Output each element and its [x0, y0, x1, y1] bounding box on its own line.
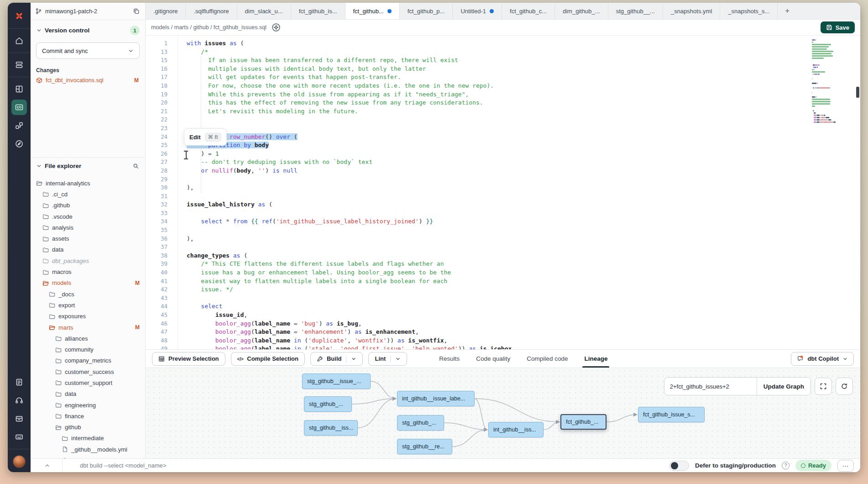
code-line-49[interactable]: 49 boolor_agg(label_name in ('stale', 'g… — [146, 345, 805, 349]
code-line-17[interactable]: 17 will get updates for events that happ… — [146, 73, 805, 82]
compile-selection-button[interactable]: </> Compile Selection — [231, 352, 305, 366]
tree-item-data[interactable]: data — [31, 244, 145, 255]
rail-archive-button[interactable] — [11, 411, 27, 426]
code-line-27[interactable]: 27 -- don't try deduping issues with no … — [146, 158, 805, 167]
lineage-node-stg_github__iss[interactable]: stg_github__iss... — [304, 420, 358, 436]
code-line-34[interactable]: 34 select * from {{ ref('int_github__iss… — [146, 217, 805, 226]
build-button[interactable]: Build — [310, 352, 363, 366]
tree-item-intermediate[interactable]: intermediate — [31, 433, 145, 444]
tree-item-_github__models.yml[interactable]: _github__models.yml — [31, 444, 145, 455]
tree-item-customer_success[interactable]: customer_success — [31, 366, 145, 377]
code-line-13[interactable]: 13 /* — [146, 48, 805, 57]
editor-tab-Untitled-1[interactable]: Untitled-1 — [453, 3, 502, 19]
code-line-15[interactable]: 15 If an issue has been transferred to a… — [146, 56, 805, 65]
code-line-28[interactable]: 28 or nullif(body, '') is null — [146, 167, 805, 175]
tree-item-models[interactable]: modelsM — [31, 278, 145, 289]
code-line-38[interactable]: 38change_types as ( — [146, 252, 805, 260]
code-line-48[interactable]: 48 boolor_agg(label_name in ('duplicate'… — [146, 337, 805, 345]
code-line-40[interactable]: 40 issue has a bug or enhancement label.… — [146, 268, 805, 277]
copy-branch-button[interactable] — [132, 7, 141, 16]
editor-tab-_snapshots_s...[interactable]: _snapshots_s... — [720, 3, 778, 19]
lineage-node-int_github__issue_labe[interactable]: int_github__issue_labe... — [397, 391, 475, 406]
editor-tab-fct_github_is...[interactable]: fct_github_is... — [291, 3, 345, 19]
panel-tab-compiled-code[interactable]: Compiled code — [527, 350, 568, 368]
tree-item-_docs[interactable]: _docs — [31, 289, 145, 300]
editor-tab-stg_github__...[interactable]: stg_github__... — [608, 3, 663, 19]
editor-tab-dim_slack_u...[interactable]: dim_slack_u... — [237, 3, 291, 19]
tree-item-exposures[interactable]: exposures — [31, 311, 145, 322]
preview-selection-button[interactable]: Preview Selection — [152, 352, 225, 366]
editor-tab-fct_github...[interactable]: fct_github... — [345, 3, 400, 19]
lineage-node-stg_github__re[interactable]: stg_github__re... — [397, 439, 452, 454]
defer-toggle[interactable] — [669, 461, 689, 471]
tree-item-.vscode[interactable]: .vscode — [31, 211, 145, 222]
code-line-29[interactable]: 29 — [146, 175, 805, 184]
code-line-37[interactable]: 37 — [146, 243, 805, 252]
editor-tab-fct_github_p...[interactable]: fct_github_p... — [400, 3, 453, 19]
code-line-24[interactable]: 24 qualify row_number() over ( — [146, 133, 805, 142]
tree-item-finance[interactable]: finance — [31, 410, 145, 421]
code-line-47[interactable]: 47 boolor_agg(label_name = 'enhancement'… — [146, 328, 805, 337]
code-line-1[interactable]: 1with issues as ( — [146, 39, 805, 48]
tree-item-marts[interactable]: martsM — [31, 322, 145, 333]
rail-studio-button[interactable] — [11, 81, 27, 97]
refresh-graph-button[interactable] — [836, 378, 853, 395]
code-line-26[interactable]: 26 ) = 1 — [146, 150, 805, 158]
lineage-node-fct_github_issue_s[interactable]: fct_github_issue_s... — [638, 407, 705, 422]
code-line-43[interactable]: 43 — [146, 294, 805, 303]
code-line-21[interactable]: 21 Let's revisit this modeling in the fu… — [146, 107, 805, 116]
copilot-breadcrumb-button[interactable] — [271, 22, 282, 33]
tree-item-engineering[interactable]: engineering — [31, 400, 145, 410]
code-line-32[interactable]: 32issue_label_history as ( — [146, 200, 805, 209]
editor-scrollbar[interactable] — [856, 36, 859, 349]
tree-item-community[interactable]: community — [31, 344, 145, 355]
save-button[interactable]: Save — [821, 21, 855, 33]
rail-notebooks-button[interactable] — [11, 374, 27, 390]
tree-item-dbt_packages[interactable]: dbt_packages — [31, 255, 145, 266]
code-line-18[interactable]: 18 For now, choose the one with more rec… — [146, 82, 805, 90]
tree-item-dim_github_users.sql[interactable]: dim_github_users.sql — [31, 455, 145, 458]
tree-item-analysis[interactable]: analysis — [31, 222, 145, 233]
lineage-node-int_github__iss[interactable]: int_github__iss... — [488, 422, 544, 437]
chevron-down-icon[interactable] — [351, 356, 356, 362]
tree-item-.ci_cd[interactable]: .ci_cd — [31, 189, 145, 200]
changed-file-item[interactable]: fct_dbt_invocations.sql M — [36, 77, 140, 84]
tree-item-.github[interactable]: .github — [31, 200, 145, 211]
code-line-16[interactable]: 16 multiple issues with identical body t… — [146, 65, 805, 74]
minimap[interactable] — [812, 39, 852, 124]
code-line-41[interactable]: 41 easiest way to flatten multiple label… — [146, 277, 805, 286]
editor-tab-_snapshots.yml[interactable]: _snapshots.yml — [663, 3, 720, 19]
code-line-19[interactable]: 19 While this prevents the old issue fro… — [146, 90, 805, 99]
chevron-down-icon[interactable] — [36, 163, 42, 169]
lineage-node-stg_github__issue_[interactable]: stg_github__issue_... — [302, 374, 371, 389]
code-line-31[interactable]: 31 — [146, 192, 805, 201]
editor-tab-.gitignore[interactable]: .gitignore — [146, 3, 186, 19]
edit-tooltip[interactable]: Edit ⌘ B — [184, 128, 227, 146]
command-input[interactable]: dbt build --select <model_name> — [80, 462, 669, 469]
rail-home-button[interactable] — [11, 33, 27, 48]
panel-tab-code-quality[interactable]: Code quality — [476, 350, 510, 368]
rail-support-button[interactable] — [11, 393, 27, 408]
commit-and-sync-button[interactable]: Commit and sync — [36, 42, 140, 59]
code-line-30[interactable]: 30), — [146, 184, 805, 192]
lineage-node-fct_github_[interactable]: fct_github_... — [560, 414, 607, 430]
tree-item-internal-analytics[interactable]: internal-analytics — [31, 178, 145, 189]
tree-item-customer_support[interactable]: customer_support — [31, 377, 145, 388]
dbt-copilot-button[interactable]: dbt Copilot — [791, 352, 854, 366]
user-avatar[interactable] — [13, 456, 25, 468]
lineage-node-stg_github_[interactable]: stg_github_... — [397, 415, 444, 431]
lineage-selector-input[interactable] — [664, 383, 757, 390]
code-line-35[interactable]: 35 — [146, 226, 805, 235]
collapse-command-bar-button[interactable] — [43, 462, 51, 469]
rail-environments-button[interactable] — [11, 57, 27, 73]
help-icon[interactable]: ? — [782, 462, 790, 469]
update-graph-button[interactable]: Update Graph — [757, 378, 810, 395]
editor-tab-.sqlfluffignore[interactable]: .sqlfluffignore — [186, 3, 237, 19]
new-tab-button[interactable]: + — [778, 3, 797, 19]
tree-item-alliances[interactable]: alliances — [31, 333, 145, 344]
editor-tab-fct_github_c...[interactable]: fct_github_c... — [502, 3, 555, 19]
chevron-down-icon[interactable] — [395, 356, 401, 362]
code-line-20[interactable]: 20 this has the effect of removing the n… — [146, 99, 805, 107]
tree-item-company_metrics[interactable]: company_metrics — [31, 355, 145, 366]
tree-item-export[interactable]: export — [31, 300, 145, 310]
